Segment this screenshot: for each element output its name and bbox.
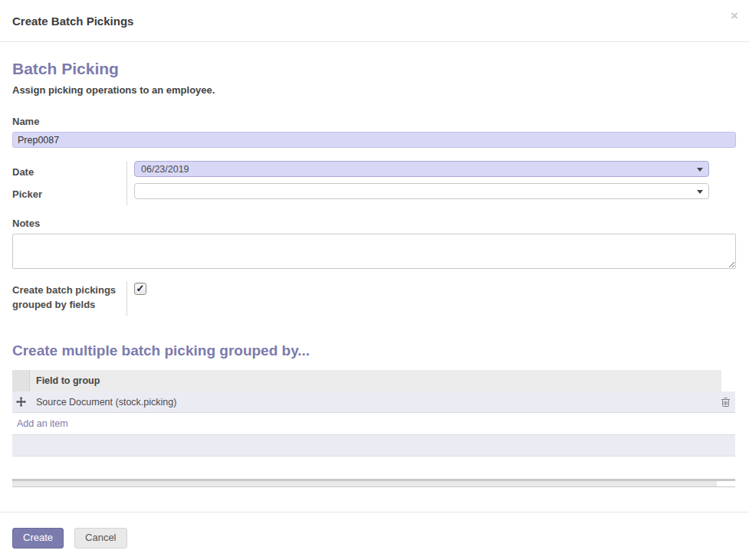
- table-row[interactable]: Source Document (stock.picking): [12, 391, 735, 413]
- group-by-section-heading: Create multiple batch picking grouped by…: [12, 342, 736, 359]
- create-button[interactable]: Create: [12, 528, 64, 549]
- chevron-down-icon: [697, 168, 703, 172]
- field-to-group-value: Source Document (stock.picking): [30, 397, 715, 408]
- modal-footer: Create Cancel: [0, 512, 749, 560]
- group-checkbox[interactable]: ✓: [134, 283, 146, 295]
- handle-column-header: [12, 370, 30, 391]
- add-item-row: Add an item: [12, 413, 735, 435]
- add-item-link[interactable]: Add an item: [17, 418, 68, 429]
- date-picker-fields: 06/23/2019: [126, 161, 709, 205]
- date-select[interactable]: 06/23/2019: [134, 161, 709, 177]
- date-value: 06/23/2019: [141, 164, 189, 175]
- close-icon[interactable]: ×: [731, 9, 738, 22]
- checkmark-icon: ✓: [136, 283, 145, 293]
- notes-field-block: Notes: [12, 216, 736, 269]
- group-checkbox-block: Create batch pickings grouped by fields …: [12, 281, 736, 316]
- notes-label: Notes: [12, 218, 40, 229]
- modal-header: Create Batch Pickings ×: [0, 0, 749, 42]
- group-fields-table: Field to group Source Document (stock.pi…: [12, 370, 735, 487]
- name-field-block: Name: [12, 114, 736, 148]
- name-input[interactable]: [12, 132, 736, 148]
- create-batch-pickings-modal: Create Batch Pickings × Batch Picking As…: [0, 0, 749, 560]
- move-icon: [16, 397, 26, 407]
- drag-handle[interactable]: [12, 397, 30, 407]
- modal-title: Create Batch Pickings: [12, 15, 133, 28]
- form-heading: Batch Picking: [12, 59, 736, 78]
- table-footer-strip: [12, 479, 735, 487]
- field-to-group-header: Field to group: [30, 370, 721, 391]
- chevron-down-icon: [697, 190, 703, 194]
- delete-row-button[interactable]: [715, 397, 735, 408]
- picker-label: Picker: [12, 188, 42, 200]
- trash-column-header: [721, 370, 735, 391]
- group-checkbox-label: Create batch pickings grouped by fields: [12, 284, 116, 310]
- date-picker-labels: Date Picker: [12, 161, 126, 205]
- picker-select[interactable]: [134, 183, 709, 199]
- name-label: Name: [12, 116, 39, 127]
- cancel-button[interactable]: Cancel: [74, 528, 126, 549]
- empty-row: [12, 435, 735, 457]
- table-header-row: Field to group: [12, 370, 735, 391]
- form-subheading: Assign picking operations to an employee…: [12, 84, 736, 96]
- modal-body: Batch Picking Assign picking operations …: [0, 42, 749, 512]
- date-label: Date: [12, 166, 34, 178]
- trash-icon: [721, 397, 731, 408]
- date-picker-group: Date Picker 06/23/2019: [12, 161, 736, 205]
- notes-textarea[interactable]: [12, 234, 736, 269]
